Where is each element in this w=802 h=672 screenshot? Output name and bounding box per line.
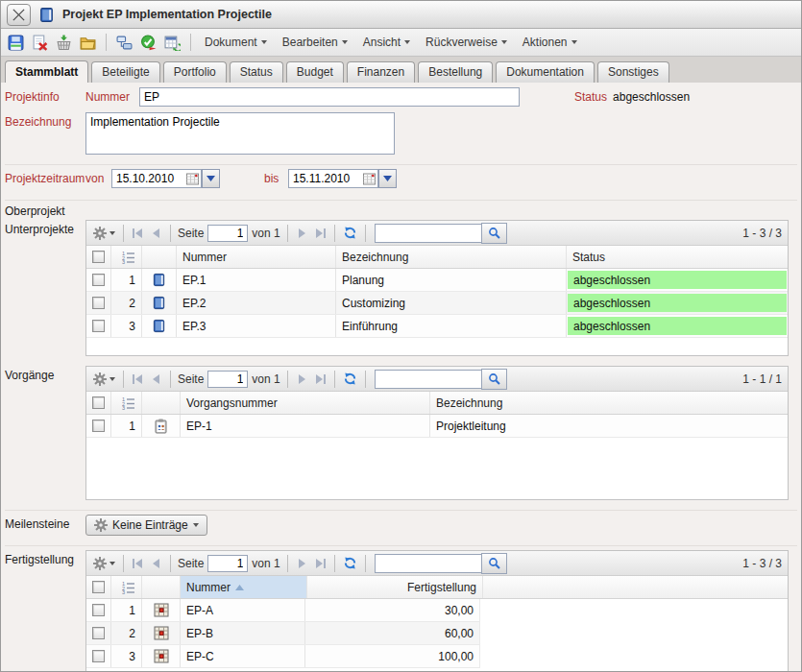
column-header-vorgangsnummer[interactable]: Vorgangsnummer: [181, 392, 430, 414]
row-checkbox[interactable]: [92, 627, 105, 639]
row-checkbox[interactable]: [92, 274, 105, 286]
task-clipboard-icon[interactable]: [142, 415, 181, 437]
table-row[interactable]: 2 EP.2 Customizing abgeschlossen: [86, 292, 788, 315]
table-settings-button[interactable]: [92, 226, 116, 241]
cell-nummer[interactable]: EP.3: [177, 315, 336, 337]
last-page-button[interactable]: [312, 227, 328, 240]
first-page-button[interactable]: [131, 372, 146, 386]
column-header-fertigstellung[interactable]: Fertigstellung: [307, 576, 483, 598]
save-button[interactable]: [7, 34, 25, 52]
column-header-nummer-sorted[interactable]: Nummer: [181, 576, 307, 598]
recalculate-button[interactable]: [163, 34, 182, 52]
cell-nummer[interactable]: EP.1: [177, 269, 336, 291]
meilensteine-empty-button[interactable]: Keine Einträge: [85, 515, 207, 536]
table-settings-button[interactable]: [92, 372, 116, 387]
table-toolbar: Seite von 1 1 - 3 / 3: [86, 551, 788, 576]
confirm-button[interactable]: [139, 34, 158, 52]
close-button[interactable]: [7, 4, 31, 26]
prev-page-button[interactable]: [150, 557, 163, 570]
column-header-status[interactable]: Status: [567, 246, 788, 268]
prev-page-button[interactable]: [150, 372, 163, 386]
column-header-bezeichnung[interactable]: Bezeichnung: [430, 392, 788, 414]
table-search-input[interactable]: [375, 224, 482, 243]
search-button[interactable]: [481, 553, 507, 574]
table-row[interactable]: 3 EP.3 Einführung abgeschlossen: [86, 315, 788, 338]
first-page-icon: [132, 228, 145, 239]
table-row[interactable]: 3 EP-C 100,00: [86, 645, 480, 668]
tab-status[interactable]: Status: [230, 61, 283, 83]
table-search-input[interactable]: [375, 554, 482, 573]
cell-nummer[interactable]: EP-C: [181, 645, 305, 667]
subproject-book-icon[interactable]: [142, 292, 177, 314]
row-checkbox[interactable]: [92, 420, 105, 432]
column-header-nummer[interactable]: Nummer: [177, 246, 336, 268]
bezeichnung-textarea[interactable]: Implementation Projectile: [85, 112, 395, 155]
hierarchy-button[interactable]: [115, 34, 134, 52]
next-page-button[interactable]: [295, 372, 308, 386]
menu-aktionen[interactable]: Aktionen: [518, 33, 582, 52]
tab-budget[interactable]: Budget: [286, 61, 344, 83]
bis-date-input[interactable]: [289, 170, 360, 187]
tab-sonstiges[interactable]: Sonstiges: [597, 61, 669, 83]
table-row[interactable]: 2 EP-B 60,00: [86, 622, 480, 645]
table-search-input[interactable]: [375, 370, 482, 389]
row-checkbox[interactable]: [92, 320, 105, 332]
search-button[interactable]: [481, 223, 507, 244]
delete-document-button[interactable]: [31, 34, 49, 52]
open-folder-button[interactable]: [79, 34, 97, 52]
chevron-down-icon: [404, 40, 410, 44]
subproject-book-icon[interactable]: [142, 315, 177, 337]
menu-bearbeiten[interactable]: Bearbeiten: [278, 33, 352, 52]
first-page-button[interactable]: [131, 557, 146, 570]
menu-rueckverweise[interactable]: Rückverweise: [421, 33, 512, 52]
row-checkbox[interactable]: [92, 604, 105, 616]
von-date-input[interactable]: [112, 170, 183, 187]
menu-ansicht[interactable]: Ansicht: [358, 33, 415, 52]
cell-nummer[interactable]: EP.2: [177, 292, 336, 314]
cell-nummer[interactable]: EP-A: [181, 599, 305, 621]
table-row[interactable]: 1 EP.1 Planung abgeschlossen: [86, 269, 788, 292]
refresh-button[interactable]: [342, 555, 358, 571]
calendar-icon[interactable]: [360, 170, 377, 187]
table-row[interactable]: 1 EP-A 30,00: [86, 599, 480, 622]
cell-vorgangsnummer[interactable]: EP-1: [181, 415, 430, 437]
row-checkbox[interactable]: [92, 297, 105, 309]
row-checkbox[interactable]: [92, 650, 105, 662]
von-date-dropdown-button[interactable]: [202, 169, 220, 188]
next-page-button[interactable]: [295, 557, 308, 570]
completion-grid-icon[interactable]: [142, 599, 181, 621]
prev-page-icon: [151, 373, 162, 385]
tab-dokumentation[interactable]: Dokumentation: [496, 61, 595, 83]
tab-bestellung[interactable]: Bestellung: [418, 61, 493, 83]
subproject-book-icon[interactable]: [142, 269, 177, 291]
table-settings-button[interactable]: [92, 556, 116, 571]
cell-nummer[interactable]: EP-B: [181, 622, 305, 644]
table-row[interactable]: 1 EP-1 Projektleitung: [86, 415, 788, 438]
select-all-checkbox[interactable]: [92, 251, 105, 263]
first-page-button[interactable]: [131, 227, 146, 240]
page-input[interactable]: [207, 225, 248, 242]
tab-stammblatt[interactable]: Stammblatt: [5, 60, 88, 83]
prev-page-button[interactable]: [150, 227, 163, 240]
tab-beteiligte[interactable]: Beteiligte: [91, 61, 159, 83]
calendar-icon[interactable]: [183, 170, 201, 187]
basket-add-button[interactable]: [55, 34, 73, 52]
next-page-button[interactable]: [295, 227, 308, 240]
completion-grid-icon[interactable]: [142, 645, 181, 667]
page-input[interactable]: [207, 371, 248, 388]
last-page-button[interactable]: [312, 557, 328, 570]
refresh-button[interactable]: [342, 371, 358, 387]
bis-date-dropdown-button[interactable]: [378, 169, 397, 188]
last-page-button[interactable]: [312, 372, 328, 386]
refresh-button[interactable]: [342, 225, 358, 241]
completion-grid-icon[interactable]: [142, 622, 181, 644]
page-input[interactable]: [207, 555, 248, 572]
select-all-checkbox[interactable]: [92, 396, 105, 409]
search-button[interactable]: [481, 369, 507, 390]
select-all-checkbox[interactable]: [92, 581, 105, 593]
menu-dokument[interactable]: Dokument: [200, 33, 272, 52]
nummer-input[interactable]: [139, 87, 520, 107]
column-header-bezeichnung[interactable]: Bezeichnung: [336, 246, 567, 268]
tab-finanzen[interactable]: Finanzen: [347, 61, 415, 83]
tab-portfolio[interactable]: Portfolio: [163, 61, 227, 83]
